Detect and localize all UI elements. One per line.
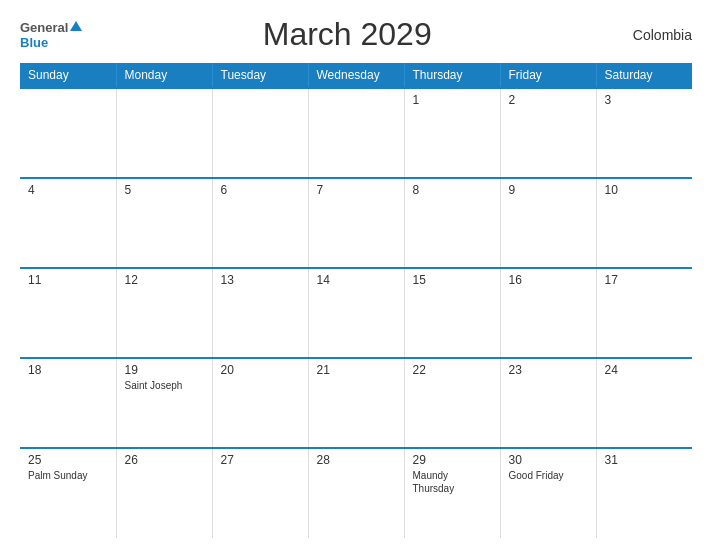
day-number: 28 (317, 453, 396, 467)
calendar-cell: 12 (116, 268, 212, 358)
calendar-cell (308, 88, 404, 178)
calendar-cell: 1 (404, 88, 500, 178)
calendar-cell: 26 (116, 448, 212, 538)
day-number: 27 (221, 453, 300, 467)
header-monday: Monday (116, 63, 212, 88)
holiday-label: Palm Sunday (28, 469, 108, 482)
calendar-week-row: 45678910 (20, 178, 692, 268)
day-headers-row: Sunday Monday Tuesday Wednesday Thursday… (20, 63, 692, 88)
calendar-cell: 22 (404, 358, 500, 448)
logo-triangle-icon (70, 21, 82, 31)
day-number: 1 (413, 93, 492, 107)
calendar-cell: 27 (212, 448, 308, 538)
day-number: 6 (221, 183, 300, 197)
day-number: 10 (605, 183, 685, 197)
calendar-cell: 31 (596, 448, 692, 538)
calendar-week-row: 123 (20, 88, 692, 178)
calendar-cell: 30Good Friday (500, 448, 596, 538)
calendar-cell (20, 88, 116, 178)
header-wednesday: Wednesday (308, 63, 404, 88)
day-number: 9 (509, 183, 588, 197)
calendar-cell: 3 (596, 88, 692, 178)
calendar-cell: 24 (596, 358, 692, 448)
calendar-week-row: 11121314151617 (20, 268, 692, 358)
header-saturday: Saturday (596, 63, 692, 88)
day-number: 17 (605, 273, 685, 287)
calendar-cell: 16 (500, 268, 596, 358)
calendar-cell: 20 (212, 358, 308, 448)
holiday-label: Saint Joseph (125, 379, 204, 392)
header-tuesday: Tuesday (212, 63, 308, 88)
day-number: 29 (413, 453, 492, 467)
holiday-label: Good Friday (509, 469, 588, 482)
country-label: Colombia (612, 27, 692, 43)
calendar-week-row: 25Palm Sunday26272829Maundy Thursday30Go… (20, 448, 692, 538)
calendar-cell: 6 (212, 178, 308, 268)
logo-general: General (20, 20, 68, 35)
page-title: March 2029 (82, 16, 612, 53)
header-sunday: Sunday (20, 63, 116, 88)
holiday-label: Maundy Thursday (413, 469, 492, 495)
calendar-week-row: 1819Saint Joseph2021222324 (20, 358, 692, 448)
calendar-cell: 11 (20, 268, 116, 358)
calendar-cell: 18 (20, 358, 116, 448)
calendar-cell: 23 (500, 358, 596, 448)
calendar-cell: 29Maundy Thursday (404, 448, 500, 538)
day-number: 18 (28, 363, 108, 377)
day-number: 16 (509, 273, 588, 287)
calendar-cell (212, 88, 308, 178)
calendar-cell: 7 (308, 178, 404, 268)
calendar-cell: 17 (596, 268, 692, 358)
day-number: 31 (605, 453, 685, 467)
calendar-cell: 28 (308, 448, 404, 538)
calendar-cell: 8 (404, 178, 500, 268)
day-number: 26 (125, 453, 204, 467)
day-number: 8 (413, 183, 492, 197)
day-number: 4 (28, 183, 108, 197)
logo: General Blue (20, 20, 82, 50)
day-number: 20 (221, 363, 300, 377)
day-number: 19 (125, 363, 204, 377)
header: General Blue March 2029 Colombia (20, 16, 692, 53)
calendar-cell: 19Saint Joseph (116, 358, 212, 448)
calendar-cell: 10 (596, 178, 692, 268)
day-number: 24 (605, 363, 685, 377)
day-number: 15 (413, 273, 492, 287)
day-number: 12 (125, 273, 204, 287)
day-number: 25 (28, 453, 108, 467)
day-number: 2 (509, 93, 588, 107)
calendar-cell: 13 (212, 268, 308, 358)
day-number: 23 (509, 363, 588, 377)
calendar-cell: 14 (308, 268, 404, 358)
day-number: 30 (509, 453, 588, 467)
day-number: 5 (125, 183, 204, 197)
day-number: 11 (28, 273, 108, 287)
calendar-cell: 2 (500, 88, 596, 178)
calendar-cell: 4 (20, 178, 116, 268)
day-number: 22 (413, 363, 492, 377)
calendar-cell: 21 (308, 358, 404, 448)
day-number: 14 (317, 273, 396, 287)
header-friday: Friday (500, 63, 596, 88)
day-number: 13 (221, 273, 300, 287)
day-number: 3 (605, 93, 685, 107)
header-thursday: Thursday (404, 63, 500, 88)
day-number: 7 (317, 183, 396, 197)
calendar-cell: 9 (500, 178, 596, 268)
calendar-cell: 15 (404, 268, 500, 358)
calendar-table: Sunday Monday Tuesday Wednesday Thursday… (20, 63, 692, 538)
calendar-cell: 25Palm Sunday (20, 448, 116, 538)
calendar-cell (116, 88, 212, 178)
calendar-cell: 5 (116, 178, 212, 268)
day-number: 21 (317, 363, 396, 377)
calendar-page: General Blue March 2029 Colombia Sunday … (0, 0, 712, 550)
logo-blue: Blue (20, 35, 48, 50)
